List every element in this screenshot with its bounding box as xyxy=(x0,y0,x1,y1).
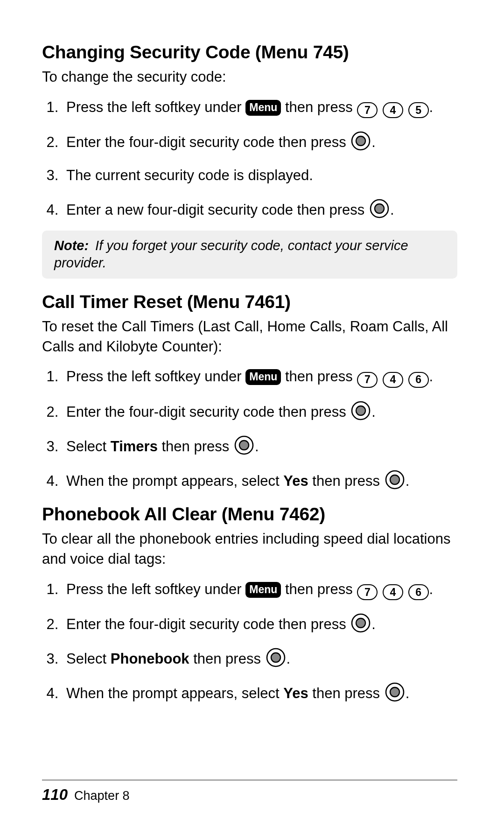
section3-steps: Press the left softkey under Menu then p… xyxy=(42,580,457,704)
section-heading-phonebook-clear: Phonebook All Clear (Menu 7462) xyxy=(42,504,457,525)
svg-point-9 xyxy=(390,475,399,484)
page-number: 110 xyxy=(42,786,74,803)
section1-step-2: Enter the four-digit security code then … xyxy=(63,131,457,153)
section3-step-2: Enter the four-digit security code then … xyxy=(63,613,457,635)
section1-step-4: Enter a new four-digit security code the… xyxy=(63,199,457,220)
key-6-icon: 6 xyxy=(408,372,429,388)
svg-point-3 xyxy=(375,204,384,213)
ok-button-icon xyxy=(370,199,389,218)
step-text: then press xyxy=(158,438,233,455)
svg-point-15 xyxy=(390,687,399,697)
menu-badge-icon: Menu xyxy=(245,100,281,116)
key-6-icon: 6 xyxy=(408,584,429,600)
step-text: . xyxy=(429,368,434,385)
section1-step-1: Press the left softkey under Menu then p… xyxy=(63,98,457,119)
svg-point-5 xyxy=(356,406,365,415)
note-text: If you forget your security code, contac… xyxy=(54,238,408,271)
step-text: Enter the four-digit security code then … xyxy=(66,616,350,632)
section2-step-4: When the prompt appears, select Yes then… xyxy=(63,470,457,491)
section-heading-security-code: Changing Security Code (Menu 745) xyxy=(42,42,457,63)
ok-button-icon xyxy=(266,648,286,667)
ok-button-icon xyxy=(385,682,405,702)
step-text: . xyxy=(371,134,376,150)
manual-page: Changing Security Code (Menu 745) To cha… xyxy=(0,0,504,840)
ok-button-icon xyxy=(351,131,371,151)
step-text: then press xyxy=(189,651,265,667)
section1-intro: To change the security code: xyxy=(42,67,457,87)
step-text: Press the left softkey under xyxy=(66,368,245,385)
step-text: then press xyxy=(308,473,384,489)
step-text: . xyxy=(287,651,291,667)
step-text: Enter a new four-digit security code the… xyxy=(66,202,369,218)
svg-point-7 xyxy=(239,441,249,450)
step-text: Enter the four-digit security code then … xyxy=(66,404,350,420)
step-text: Press the left softkey under xyxy=(66,99,245,115)
key-4-icon: 4 xyxy=(383,584,403,600)
step-text: When the prompt appears, select xyxy=(66,685,283,701)
section3-step-3: Select Phonebook then press . xyxy=(63,648,457,669)
section3-step-1: Press the left softkey under Menu then p… xyxy=(63,580,457,601)
menu-badge-icon: Menu xyxy=(245,582,281,598)
section2-steps: Press the left softkey under Menu then p… xyxy=(42,367,457,491)
section2-step-1: Press the left softkey under Menu then p… xyxy=(63,367,457,388)
step-text: Enter the four-digit security code then … xyxy=(66,134,350,150)
step-text: . xyxy=(371,616,376,632)
step-text: Press the left softkey under xyxy=(66,581,245,597)
section1-step-3: The current security code is displayed. xyxy=(63,166,457,186)
section2-intro: To reset the Call Timers (Last Call, Hom… xyxy=(42,317,457,357)
step-text: . xyxy=(371,404,376,420)
note-label: Note: xyxy=(54,238,95,253)
step-text: then press xyxy=(281,368,357,385)
page-footer: 110Chapter 8 xyxy=(42,780,457,804)
section-heading-call-timer: Call Timer Reset (Menu 7461) xyxy=(42,292,457,312)
key-5-icon: 5 xyxy=(408,102,429,118)
svg-point-11 xyxy=(356,618,365,628)
step-text: . xyxy=(429,581,434,597)
step-bold: Timers xyxy=(111,438,158,455)
note-box: Note:If you forget your security code, c… xyxy=(42,231,457,279)
key-7-icon: 7 xyxy=(357,102,378,118)
step-text: . xyxy=(429,99,434,115)
menu-badge-icon: Menu xyxy=(245,369,281,385)
step-bold: Yes xyxy=(283,685,308,701)
svg-point-13 xyxy=(271,653,280,662)
ok-button-icon xyxy=(351,401,371,420)
step-text: then press xyxy=(281,99,357,115)
step-bold: Yes xyxy=(283,473,308,489)
step-text: . xyxy=(255,438,259,455)
step-text: Select xyxy=(66,651,111,667)
page-content: Changing Security Code (Menu 745) To cha… xyxy=(42,42,457,840)
ok-button-icon xyxy=(385,470,405,490)
ok-button-icon xyxy=(234,435,254,455)
step-text: . xyxy=(406,473,410,489)
section2-step-2: Enter the four-digit security code then … xyxy=(63,401,457,422)
step-text: . xyxy=(390,202,394,218)
section3-intro: To clear all the phonebook entries inclu… xyxy=(42,529,457,569)
step-bold: Phonebook xyxy=(111,651,189,667)
ok-button-icon xyxy=(351,613,371,633)
step-text: then press xyxy=(281,581,357,597)
step-text: . xyxy=(406,685,410,701)
key-4-icon: 4 xyxy=(383,102,403,118)
step-text: then press xyxy=(308,685,384,701)
key-4-icon: 4 xyxy=(383,372,403,388)
chapter-label: Chapter 8 xyxy=(74,789,130,803)
step-text: When the prompt appears, select xyxy=(66,473,283,489)
section1-steps: Press the left softkey under Menu then p… xyxy=(42,98,457,220)
key-7-icon: 7 xyxy=(357,372,378,388)
svg-point-1 xyxy=(356,136,365,146)
step-text: Select xyxy=(66,438,111,455)
section3-step-4: When the prompt appears, select Yes then… xyxy=(63,682,457,704)
section2-step-3: Select Timers then press . xyxy=(63,435,457,457)
key-7-icon: 7 xyxy=(357,584,378,600)
